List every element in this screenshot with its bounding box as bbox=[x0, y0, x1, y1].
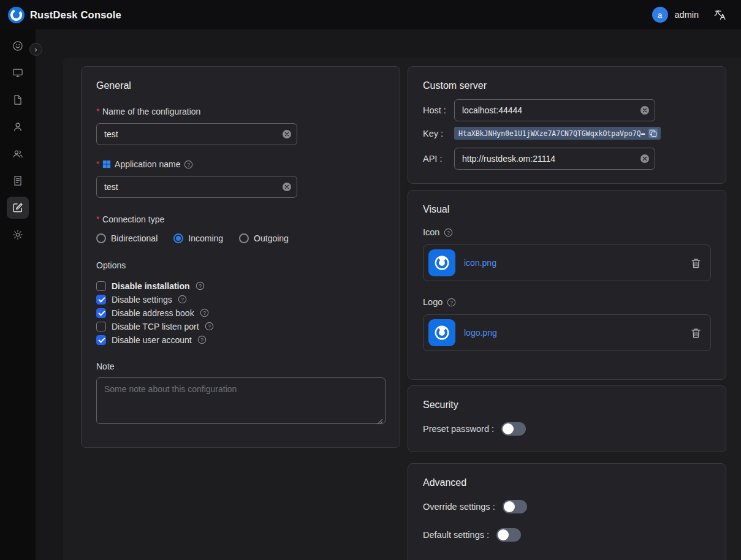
radio-control[interactable] bbox=[96, 233, 106, 243]
default-settings-label: Default settings : bbox=[423, 530, 489, 540]
api-input-wrap bbox=[454, 148, 655, 170]
host-label: Host : bbox=[423, 105, 454, 115]
delete-logo-trash-icon[interactable] bbox=[691, 328, 701, 338]
sidebar-item-users[interactable] bbox=[7, 116, 29, 138]
connection-type-label: * Connection type bbox=[96, 214, 385, 225]
checkbox-disable-installation[interactable]: Disable installation ? bbox=[96, 279, 385, 293]
app-name-help-icon[interactable]: ? bbox=[184, 160, 193, 169]
help-icon[interactable]: ? bbox=[196, 281, 205, 290]
sidebar-item-overview[interactable] bbox=[7, 35, 29, 57]
icon-label: Icon bbox=[423, 227, 439, 237]
name-label-text: Name of the configuration bbox=[102, 107, 200, 116]
main-area: General * Name of the configuration * bbox=[36, 29, 741, 560]
help-icon[interactable]: ? bbox=[197, 335, 207, 344]
sidebar-item-documents[interactable] bbox=[7, 89, 29, 111]
checkbox-disable-tcp-listen-port[interactable]: Disable TCP listen port ? bbox=[96, 320, 385, 333]
checkbox-control[interactable] bbox=[96, 322, 106, 331]
note-textarea[interactable] bbox=[96, 377, 386, 424]
sidebar-item-audit[interactable] bbox=[7, 170, 29, 192]
radio-outgoing[interactable]: Outgoing bbox=[239, 233, 289, 243]
translate-icon[interactable] bbox=[714, 9, 726, 21]
default-settings-toggle[interactable] bbox=[496, 528, 521, 542]
delete-icon-trash-icon[interactable] bbox=[691, 258, 701, 268]
body-row: General * Name of the configuration * bbox=[0, 29, 741, 560]
icon-help-icon[interactable]: ? bbox=[444, 228, 453, 237]
resize-handle-icon[interactable] bbox=[377, 416, 383, 422]
advanced-title: Advanced bbox=[423, 477, 711, 488]
sidebar-item-devices[interactable] bbox=[7, 62, 29, 84]
sidebar-item-settings[interactable] bbox=[7, 224, 29, 246]
note-wrap bbox=[96, 377, 385, 424]
api-input[interactable] bbox=[454, 148, 655, 170]
note-label: Note bbox=[96, 361, 385, 371]
username[interactable]: admin bbox=[675, 10, 699, 20]
help-icon[interactable]: ? bbox=[205, 322, 214, 331]
security-title: Security bbox=[423, 399, 711, 411]
checkbox-control[interactable] bbox=[96, 295, 106, 305]
help-icon[interactable]: ? bbox=[200, 308, 209, 317]
sidebar-item-configurations[interactable] bbox=[7, 197, 29, 219]
override-settings-toggle[interactable] bbox=[503, 500, 527, 513]
copy-key-icon[interactable] bbox=[648, 129, 658, 138]
app-name-label-text: Application name bbox=[115, 159, 180, 169]
radio-incoming[interactable]: Incoming bbox=[173, 233, 223, 243]
clear-name-icon[interactable] bbox=[282, 129, 292, 139]
clear-api-icon[interactable] bbox=[640, 154, 650, 164]
custom-server-card: Custom server Host : Key : bbox=[408, 66, 726, 184]
sidebar-item-groups[interactable] bbox=[7, 143, 29, 165]
name-input-wrap bbox=[96, 123, 297, 145]
clear-app-name-icon[interactable] bbox=[282, 182, 292, 192]
required-marker: * bbox=[96, 159, 99, 170]
name-input[interactable] bbox=[96, 123, 297, 145]
sidebar bbox=[0, 29, 36, 560]
logo-file-link[interactable]: logo.png bbox=[464, 328, 497, 338]
clear-host-icon[interactable] bbox=[640, 105, 650, 115]
advanced-card: Advanced Override settings : Default set… bbox=[408, 463, 726, 560]
content-panel: General * Name of the configuration * bbox=[63, 58, 741, 560]
checkbox-control[interactable] bbox=[96, 281, 106, 291]
help-icon[interactable]: ? bbox=[178, 295, 187, 304]
connection-type-label-text: Connection type bbox=[102, 214, 164, 224]
checkbox-disable-user-account[interactable]: Disable user account ? bbox=[96, 333, 385, 347]
host-row: Host : bbox=[423, 99, 711, 121]
svg-text:?: ? bbox=[181, 297, 184, 303]
topbar-right: a admin bbox=[652, 7, 727, 23]
logo-preview-image bbox=[428, 319, 455, 346]
visual-card: Visual Icon ? icon.png bbox=[408, 190, 726, 380]
icon-label-row: Icon ? bbox=[423, 227, 711, 237]
required-marker: * bbox=[96, 106, 99, 117]
logo-help-icon[interactable]: ? bbox=[447, 298, 456, 307]
preset-password-toggle[interactable] bbox=[501, 422, 526, 436]
icon-filebox: icon.png bbox=[423, 244, 711, 281]
checkbox-label: Disable TCP listen port bbox=[112, 322, 199, 331]
checkbox-label: Disable address book bbox=[112, 308, 194, 318]
svg-text:?: ? bbox=[199, 283, 202, 289]
rustdesk-logo-icon bbox=[8, 7, 25, 23]
users-icon bbox=[12, 148, 24, 160]
checkbox-control[interactable] bbox=[96, 308, 106, 318]
right-column: Custom server Host : Key : bbox=[408, 66, 726, 560]
options-label: Options bbox=[96, 260, 385, 270]
checkbox-disable-address-book[interactable]: Disable address book ? bbox=[96, 306, 385, 320]
default-settings-row: Default settings : bbox=[423, 528, 711, 542]
key-row: Key : HtaXBkJNHyn0e1U1jWXze7A7CN7QTGWqxk… bbox=[423, 127, 711, 140]
topbar: RustDesk Console a admin bbox=[0, 0, 741, 29]
radio-control[interactable] bbox=[173, 233, 183, 243]
icon-preview-image bbox=[428, 249, 455, 276]
api-label: API : bbox=[423, 154, 454, 164]
svg-text:?: ? bbox=[447, 229, 450, 235]
icon-file-link[interactable]: icon.png bbox=[464, 258, 496, 268]
host-input[interactable] bbox=[454, 99, 655, 121]
app-name-input[interactable] bbox=[96, 176, 297, 198]
note-block: Note bbox=[96, 361, 385, 424]
override-settings-row: Override settings : bbox=[423, 500, 711, 513]
sidebar-collapse-button[interactable]: › bbox=[29, 43, 42, 56]
custom-server-title: Custom server bbox=[423, 80, 711, 91]
avatar[interactable]: a bbox=[652, 7, 668, 23]
radio-control[interactable] bbox=[239, 233, 249, 243]
checkbox-control[interactable] bbox=[96, 335, 106, 345]
key-value-chip: HtaXBkJNHyn0e1U1jWXze7A7CN7QTGWqxkOtpaVp… bbox=[454, 127, 661, 140]
checkbox-disable-settings[interactable]: Disable settings ? bbox=[96, 293, 385, 306]
visual-title: Visual bbox=[423, 204, 711, 215]
radio-bidirectional[interactable]: Bidirectional bbox=[96, 233, 158, 243]
